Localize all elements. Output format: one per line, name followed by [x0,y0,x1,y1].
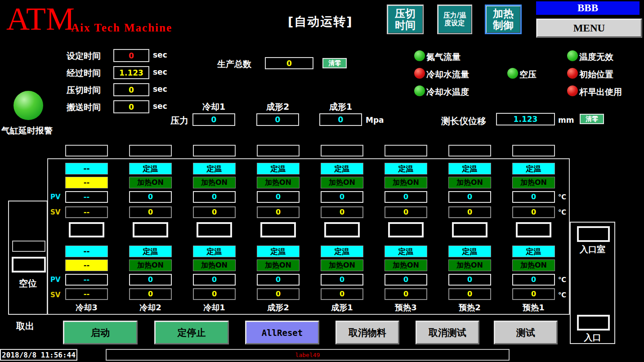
heater-state-box[interactable]: 加热ON [321,177,363,188]
zone-mode-box[interactable]: -- [65,163,108,174]
heater-state-box[interactable]: 加热ON [257,177,300,188]
sv-value-box[interactable]: 0 [512,288,555,300]
zone-mode-box[interactable]: 定温 [512,163,555,174]
sv-row-label-lower: SV [50,291,60,299]
zone-mode-box[interactable]: 定温 [129,163,172,174]
temperature-grid-panel [47,158,570,315]
zone-mode-box[interactable]: 定温 [321,163,363,174]
sv-value-box[interactable]: -- [65,206,108,218]
start-button[interactable]: 启动 [63,321,138,344]
pv-value-box: 0 [321,274,363,286]
pv-value-box: 0 [385,191,427,203]
zone-name-label: 冷却3 [65,302,108,313]
sv-row-label-upper: SV [50,208,60,216]
heater-state-box[interactable]: 加热ON [512,177,555,188]
heater-state-box[interactable]: 加热ON [448,259,491,271]
cancel-test-button[interactable]: 取消测试 [416,321,479,344]
zone-name-label: 预热3 [385,302,427,313]
sv-value-box[interactable]: 0 [448,206,491,218]
inlet-label: 入口 [570,332,615,344]
pv-row-label-lower: PV [50,276,61,284]
sv-value-box[interactable]: 0 [512,206,555,218]
cylinder-alarm-light [13,91,43,120]
stop-button[interactable]: 定停止 [154,321,229,344]
set-time-label: 设定时间 [67,50,101,62]
sv-value-box[interactable]: 0 [129,206,172,218]
transfer-time-label: 搬送时间 [67,102,101,113]
heater-state-box[interactable]: 加热ON [448,177,491,188]
sv-value-box[interactable]: 0 [321,206,363,218]
cancel-material-button[interactable]: 取消物料 [335,321,399,344]
sv-value-box[interactable]: 0 [385,206,427,218]
zone-mode-box[interactable]: 定温 [448,246,491,257]
tray-slot-mid [452,222,487,237]
sv-value-box[interactable]: 0 [129,288,172,300]
all-reset-button[interactable]: AllReset [245,321,319,344]
inlet-slot [577,315,610,331]
sv-value-box[interactable]: 0 [257,206,300,218]
test-button[interactable]: 测试 [494,321,558,344]
heater-state-box[interactable]: 加热ON [129,259,172,271]
tray-slot-upper [385,145,427,156]
menu-button[interactable]: MENU [537,19,642,37]
tray-slot-upper [512,145,555,156]
pressure-unit: Mpa [366,116,384,125]
zone-mode-box[interactable]: 定温 [129,246,172,257]
length-gauge-clear-button[interactable]: 清零 [580,114,604,124]
elapsed-time-label: 经过时间 [67,67,101,79]
zone-mode-box[interactable]: 定温 [385,163,427,174]
zone-name-label: 成形2 [257,302,300,313]
production-total-label: 生产总数 [217,58,251,70]
heater-state-box[interactable]: 加热ON [385,177,427,188]
zone-mode-box[interactable]: 定温 [385,246,427,257]
heater-state-box[interactable]: 加热ON [193,177,236,188]
heater-state-box[interactable]: 加热ON [385,259,427,271]
pressure-temp-setting-button[interactable]: 压力/温 度设定 [437,4,472,34]
tray-slot-upper [193,145,236,156]
banner-title: BBB [536,1,640,15]
pv-value-box: -- [65,274,108,286]
zone-name-label: 冷却1 [193,302,236,313]
pressure-channel1-value: 0 [192,113,235,126]
heater-state-box[interactable]: 加热ON [512,259,555,271]
heater-state-box[interactable]: 加热ON [321,259,363,271]
heater-state-box[interactable]: 加热ON [193,259,236,271]
transfer-time-value: 0 [113,100,149,113]
sv-value-box[interactable]: 0 [448,288,491,300]
celsius-unit-upper-sv: ℃ [558,208,566,216]
zone-name-label: 冷却2 [129,302,172,313]
sv-value-box[interactable]: -- [65,288,108,300]
sv-value-box[interactable]: 0 [193,288,236,300]
nitrogen-flow-light [414,50,425,61]
zone-mode-box[interactable]: -- [65,246,108,257]
pressure-channel2-name: 成形2 [256,101,299,113]
press-cut-time-button[interactable]: 压切 时间 [387,4,424,34]
length-gauge-unit: mm [558,116,574,125]
clock-timestamp: 2018/8/8 11:56:44 [0,349,77,361]
initial-position-label: 初始位置 [579,69,613,80]
production-clear-button[interactable]: 清零 [322,58,347,68]
sv-value-box[interactable]: 0 [321,288,363,300]
heater-state-box[interactable]: 加热ON [257,259,300,271]
production-total-value: 0 [265,57,313,69]
empty-slot-label: 空位 [8,277,48,290]
sv-value-box[interactable]: 0 [257,288,300,300]
air-pressure-light [507,68,518,79]
heater-state-box[interactable]: -- [65,177,108,188]
zone-mode-box[interactable]: 定温 [193,246,236,257]
sv-value-box[interactable]: 0 [385,288,427,300]
tray-slot-upper [321,145,363,156]
zone-mode-box[interactable]: 定温 [257,246,300,257]
heating-control-button[interactable]: 加热 制御 [485,4,522,34]
zone-mode-box[interactable]: 定温 [512,246,555,257]
zone-mode-box[interactable]: 定温 [321,246,363,257]
zone-mode-box[interactable]: 定温 [257,163,300,174]
heating-control-button-line2: 制御 [486,19,520,31]
initial-position-light [567,68,578,79]
heater-state-box[interactable]: -- [65,259,108,271]
elapsed-time-unit: sec [153,67,167,76]
zone-mode-box[interactable]: 定温 [193,163,236,174]
sv-value-box[interactable]: 0 [193,206,236,218]
zone-mode-box[interactable]: 定温 [448,163,491,174]
heater-state-box[interactable]: 加热ON [129,177,172,188]
